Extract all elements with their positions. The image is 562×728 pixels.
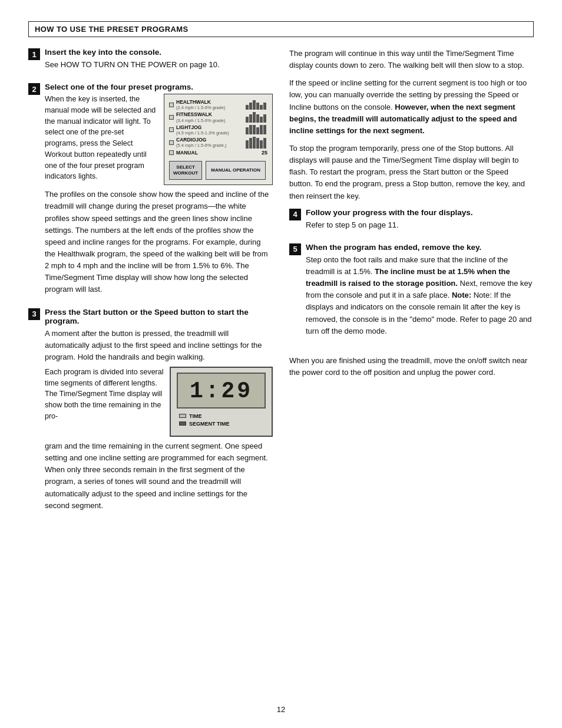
prog-dot-3 — [169, 127, 174, 132]
step-1-body: See HOW TO TURN ON THE POWER on page 10. — [45, 59, 273, 71]
lcd-indicators: TIME SEGMENT TIME — [177, 413, 266, 427]
display-illustration: 1:29 TIME SEGMENT TIME — [170, 367, 273, 437]
step-1-content: Insert the key into the console. See HOW… — [45, 48, 273, 74]
prog-label-4: CARDIOJOG — [176, 137, 226, 143]
prog-num: 25 — [262, 150, 267, 156]
step-5-content: When the program has ended, remove the k… — [306, 243, 534, 341]
right-final-para: When you are finished using the treadmil… — [289, 355, 534, 378]
step-1-title: Insert the key into the console. — [45, 48, 273, 57]
page-number: 12 — [0, 705, 562, 714]
step-1: 1 Insert the key into the console. See H… — [28, 48, 273, 74]
ind-label-segment: SEGMENT TIME — [189, 421, 230, 427]
step-2: 2 Select one of the four preset programs… — [28, 83, 273, 299]
select-workout-btn: SELECT WORKOUT — [169, 161, 202, 180]
prog-label-1: HEALTHWALK — [176, 99, 225, 105]
prog-name-2: FITNESSWALK (3.4 mph / 1.5-6% grade) — [176, 111, 225, 123]
prog-dot-1 — [169, 103, 174, 107]
lcd-ind-time: TIME — [179, 413, 266, 419]
lcd-time-display: 1:29 — [177, 373, 266, 409]
console-bottom: SELECT WORKOUT MANUAL OPERATION — [169, 161, 267, 180]
lcd-ind-segment: SEGMENT TIME — [179, 421, 266, 427]
right-para2: If the speed or incline setting for the … — [289, 77, 534, 137]
ind-box-segment — [179, 421, 186, 426]
step-3-para2-intro-text: Each program is divided into several tim… — [45, 368, 164, 420]
left-column: 1 Insert the key into the console. See H… — [28, 48, 273, 523]
step-2-title: Select one of the four preset programs. — [45, 83, 273, 91]
step-3-para1: A moment after the button is pressed, th… — [45, 328, 273, 363]
right-para3: To stop the program temporarily, press o… — [289, 143, 534, 202]
prog-name-4: CARDIOJOG (5.4 mph / 1.5-6% grade,) — [176, 137, 226, 148]
prog-cardiojog: CARDIOJOG (5.4 mph / 1.5-6% grade,) — [169, 137, 267, 149]
ind-box-time — [179, 414, 186, 418]
prog-label-2: FITNESSWALK — [176, 111, 225, 117]
step-2-num: 2 — [28, 83, 40, 95]
console-programs: HEALTHWALK (2.4 mph / 1.5-6% grade) — [169, 99, 267, 156]
prog-manual: MANUAL 25 — [169, 150, 267, 156]
prog-dot-2 — [169, 115, 174, 120]
console-illustration: HEALTHWALK (2.4 mph / 1.5-6% grade) — [164, 94, 273, 185]
prog-sublabel-2: (3.4 mph / 1.5-6% grade) — [176, 118, 225, 123]
prog-dot-5 — [169, 150, 174, 155]
step-2-content: Select one of the four preset programs. … — [45, 83, 273, 299]
step-2-intro: When the key is inserted, the manual mod… — [45, 95, 156, 180]
step-4-content: Follow your progress with the four displ… — [306, 208, 534, 235]
prog-healthwalk: HEALTHWALK (2.4 mph / 1.5-6% grade) — [169, 99, 267, 110]
right-column: The program will continue in this way un… — [289, 48, 534, 523]
step-5-num: 5 — [289, 243, 301, 255]
step-2-inner: When the key is inserted, the manual mod… — [45, 94, 273, 185]
prog-label-3: LIGHTJOG — [176, 124, 229, 130]
prog-sublabel-1: (2.4 mph / 1.5-6% grade) — [176, 105, 225, 110]
prog-sublabel-4: (5.4 mph / 1.5-6% grade,) — [176, 143, 226, 148]
step-3-title: Press the Start button or the Speed butt… — [45, 308, 273, 325]
step-5-title: When the program has ended, remove the k… — [306, 243, 534, 252]
step-4: 4 Follow your progress with the four dis… — [289, 208, 534, 235]
prog-sublabel-3: (4.5 mph / 1.5-1.3% grade) — [176, 130, 229, 136]
section-title: HOW TO USE THE PRESET PROGRAMS — [35, 25, 189, 34]
right-para1: The program will continue in this way un… — [289, 48, 534, 71]
prog-name-3: LIGHTJOG (4.5 mph / 1.5-1.3% grade) — [176, 124, 229, 136]
step-3-inner: Each program is divided into several tim… — [45, 367, 273, 437]
prog-fitnesswalk: FITNESSWALK (3.4 mph / 1.5-6% grade) — [169, 111, 267, 123]
step-3-content: Press the Start button or the Speed butt… — [45, 308, 273, 515]
step-5-body: Step onto the foot rails and make sure t… — [306, 254, 534, 337]
prog-dot-4 — [169, 140, 174, 145]
step-2-intro-text: When the key is inserted, the manual mod… — [45, 94, 158, 182]
manual-operation-btn: MANUAL OPERATION — [206, 161, 266, 180]
step-4-body: Refer to step 5 on page 11. — [306, 219, 534, 231]
section-header: HOW TO USE THE PRESET PROGRAMS — [28, 21, 534, 37]
step-4-num: 4 — [289, 209, 301, 220]
page: HOW TO USE THE PRESET PROGRAMS 1 Insert … — [0, 0, 562, 728]
prog-name-1: HEALTHWALK (2.4 mph / 1.5-6% grade) — [176, 99, 225, 110]
prog-lightjog: LIGHTJOG (4.5 mph / 1.5-1.3% grade) — [169, 124, 267, 136]
step-3-para2-intro: Each program is divided into several tim… — [45, 367, 164, 422]
step-3-num: 3 — [28, 308, 40, 320]
step-2-para1: The profiles on the console show how the… — [45, 189, 273, 295]
step-3: 3 Press the Start button or the Speed bu… — [28, 308, 273, 515]
step-3-para2-cont: gram and the time remaining in the curre… — [45, 440, 273, 512]
step-1-num: 1 — [28, 48, 40, 60]
prog-label-5: MANUAL — [176, 150, 198, 156]
step-5: 5 When the program has ended, remove the… — [289, 243, 534, 341]
step-4-title: Follow your progress with the four displ… — [306, 208, 534, 217]
ind-label-time: TIME — [189, 413, 202, 419]
